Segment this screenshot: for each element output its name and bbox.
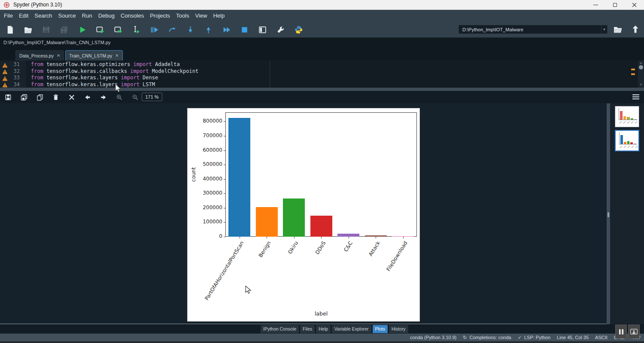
scrollbar-thumb[interactable] — [639, 65, 643, 69]
presenter-button[interactable] — [628, 325, 640, 339]
preferences-button[interactable] — [274, 24, 287, 35]
menu-item-run[interactable]: Run — [79, 10, 95, 21]
menu-item-view[interactable]: View — [192, 10, 210, 21]
completions-icon: ↻ — [463, 335, 467, 340]
x-tick-mark — [376, 237, 376, 238]
debug-file-button[interactable] — [148, 24, 161, 35]
tab-data_process-py[interactable]: Data_Process.py✕ — [15, 50, 64, 60]
x-tick-mark — [240, 237, 240, 238]
mini-bar — [631, 118, 633, 120]
working-directory-value: D:\Python_Imp\IOT_Malware — [459, 27, 601, 32]
copy-image-button[interactable] — [33, 93, 46, 101]
y-tick-mark — [224, 179, 225, 180]
zoom-out-button[interactable] — [129, 93, 142, 101]
y-tick-label: 600000 — [191, 147, 222, 153]
next-plot-button[interactable] — [97, 93, 110, 101]
code-line: 34from tensorflow.keras.layers import LS… — [0, 81, 644, 88]
spyder-window: Spyder (Python 3.10) FileEditSearchSourc… — [0, 0, 644, 343]
pane-tab-ipython-console[interactable]: IPython Console — [261, 325, 299, 333]
plot-thumbnail-1[interactable] — [615, 106, 639, 127]
tab-label: Train_CNN_LSTM.py — [69, 53, 112, 58]
menu-item-source[interactable]: Source — [55, 10, 79, 21]
y-tick-label: 200000 — [191, 205, 222, 211]
close-icon — [632, 3, 637, 7]
y-tick-mark — [224, 165, 225, 165]
close-button[interactable] — [625, 0, 644, 10]
menu-item-tools[interactable]: Tools — [173, 10, 192, 21]
menu-item-search[interactable]: Search — [31, 10, 55, 21]
pause-icon — [619, 329, 624, 335]
pane-tab-bar: IPython ConsoleFilesHelpVariable Explore… — [0, 324, 644, 334]
line-number: 32 — [0, 68, 20, 74]
python-env-button[interactable] — [292, 24, 305, 35]
zoom-level-display[interactable]: 171 % — [142, 93, 162, 101]
thumbnails-splitter[interactable] — [607, 103, 610, 324]
save-plot-button[interactable] — [2, 93, 15, 101]
save-button[interactable] — [39, 24, 52, 35]
x-tick-label: Attack — [368, 240, 381, 257]
x-tick-label: FileDownload — [385, 240, 408, 272]
menu-item-help[interactable]: Help — [210, 10, 228, 21]
x-tick-mark — [403, 237, 404, 238]
menu-item-edit[interactable]: Edit — [16, 10, 31, 21]
mini-bar — [627, 141, 630, 144]
mini-bar — [623, 116, 626, 120]
debug-cell-button[interactable] — [166, 24, 179, 35]
tab-close-icon[interactable]: ✕ — [115, 54, 118, 58]
y-tick-label: 400000 — [191, 176, 222, 182]
tab-train_cnn_lstm-py[interactable]: Train_CNN_LSTM.py✕ — [65, 50, 122, 60]
scroll-down-icon[interactable]: ▼ — [638, 83, 644, 87]
code-editor[interactable]: 31from tensorflow.keras.optimizers impor… — [0, 60, 644, 87]
bar-CC — [337, 234, 359, 237]
plots-pane: count label 0100000200000300000400000500… — [0, 103, 607, 324]
pause-button[interactable] — [615, 325, 627, 339]
scroll-up-icon[interactable]: ▲ — [638, 61, 644, 65]
plots-options-menu-icon[interactable] — [632, 94, 640, 100]
remove-plot-button[interactable] — [49, 93, 62, 101]
pane-splitter[interactable] — [0, 87, 644, 91]
run-cell-advance-button[interactable] — [112, 24, 125, 35]
run-selection-button[interactable] — [130, 24, 143, 35]
pane-tab-variable-explorer[interactable]: Variable Explorer — [332, 325, 371, 333]
tab-close-icon[interactable]: ✕ — [57, 54, 60, 58]
run-cell-button[interactable] — [94, 24, 106, 35]
previous-plot-button[interactable] — [81, 93, 94, 101]
maximize-pane-button[interactable] — [256, 24, 269, 35]
remove-all-plots-button[interactable] — [65, 93, 78, 101]
code-text: from tensorflow.keras.callbacks import M… — [31, 68, 198, 74]
line-number: 33 — [0, 75, 20, 81]
pane-tab-plots[interactable]: Plots — [373, 325, 388, 333]
pane-tab-help[interactable]: Help — [316, 325, 331, 333]
new-file-button[interactable] — [3, 24, 16, 35]
plot-thumbnail-2[interactable] — [615, 130, 639, 151]
x-tick-label: Okiru — [287, 240, 299, 255]
step-return-button[interactable] — [202, 24, 215, 35]
open-file-button[interactable] — [21, 24, 34, 35]
step-into-button[interactable] — [184, 24, 197, 35]
pane-tab-history[interactable]: History — [389, 325, 408, 333]
menu-item-debug[interactable]: Debug — [95, 10, 118, 21]
code-line: 32from tensorflow.keras.callbacks import… — [0, 68, 644, 75]
mini-bar — [630, 142, 633, 144]
minimize-button[interactable] — [586, 0, 605, 10]
parent-directory-button[interactable] — [631, 24, 640, 34]
menu-item-projects[interactable]: Projects — [147, 10, 173, 21]
x-tick-mark — [294, 237, 295, 238]
x-tick-mark — [321, 237, 322, 238]
mini-tick-stub — [635, 146, 638, 148]
zoom-in-button[interactable] — [113, 93, 126, 101]
working-directory-combo[interactable]: D:\Python_Imp\IOT_Malware ▾ — [459, 25, 608, 34]
mini-bar — [620, 135, 623, 144]
stop-button[interactable] — [238, 24, 251, 35]
restore-button[interactable] — [605, 0, 625, 10]
open-folder-icon[interactable] — [613, 25, 623, 33]
chevron-down-icon[interactable]: ▾ — [601, 25, 607, 33]
save-all-button[interactable] — [58, 24, 70, 35]
pane-tab-files[interactable]: Files — [300, 325, 315, 333]
run-file-button[interactable] — [76, 24, 88, 35]
editor-scrollbar[interactable]: ▲ ▼ — [638, 60, 644, 87]
continue-button[interactable] — [220, 24, 233, 35]
save-all-plots-button[interactable] — [18, 93, 30, 101]
menu-item-consoles[interactable]: Consoles — [118, 10, 147, 21]
menu-item-file[interactable]: File — [1, 10, 16, 21]
